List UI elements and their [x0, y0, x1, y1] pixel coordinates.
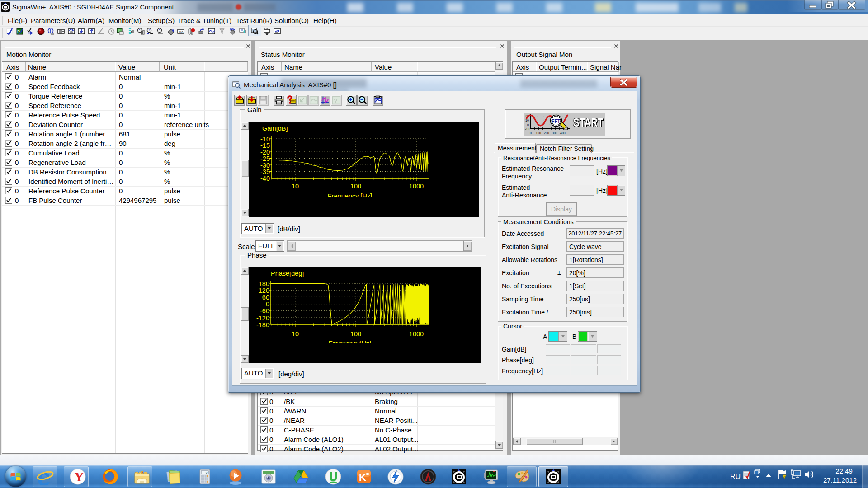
- svg-text:300: 300: [552, 131, 557, 135]
- svg-text:180: 180: [259, 280, 269, 287]
- svg-text:0: 0: [266, 300, 269, 308]
- svg-text:10: 10: [525, 119, 529, 122]
- svg-text:100: 100: [350, 183, 361, 190]
- svg-text:1000: 1000: [409, 183, 424, 190]
- svg-text:-40: -40: [260, 175, 270, 182]
- svg-text:1000: 1000: [409, 330, 424, 338]
- svg-text:10: 10: [292, 330, 299, 338]
- svg-text:-60: -60: [260, 307, 269, 314]
- svg-text:K: K: [359, 472, 366, 483]
- svg-text:-10: -10: [525, 127, 529, 131]
- svg-text:-120: -120: [256, 314, 269, 322]
- svg-text:!: !: [784, 475, 785, 479]
- svg-text:0: 0: [530, 131, 532, 135]
- svg-text:100: 100: [536, 131, 541, 135]
- svg-text:120: 120: [259, 287, 269, 294]
- svg-text:60: 60: [262, 294, 269, 301]
- svg-text:400: 400: [560, 131, 566, 135]
- svg-text:100: 100: [350, 330, 361, 338]
- svg-text:e: e: [37, 468, 51, 485]
- svg-text:0: 0: [527, 123, 529, 127]
- svg-text:?: ?: [334, 97, 338, 104]
- svg-text:-180: -180: [256, 321, 269, 328]
- svg-text:Y: Y: [74, 469, 84, 484]
- svg-text:xxx: xxx: [179, 30, 184, 33]
- svg-text:FFT: FFT: [552, 118, 561, 124]
- svg-text:200: 200: [544, 131, 549, 135]
- svg-text:10: 10: [292, 183, 299, 190]
